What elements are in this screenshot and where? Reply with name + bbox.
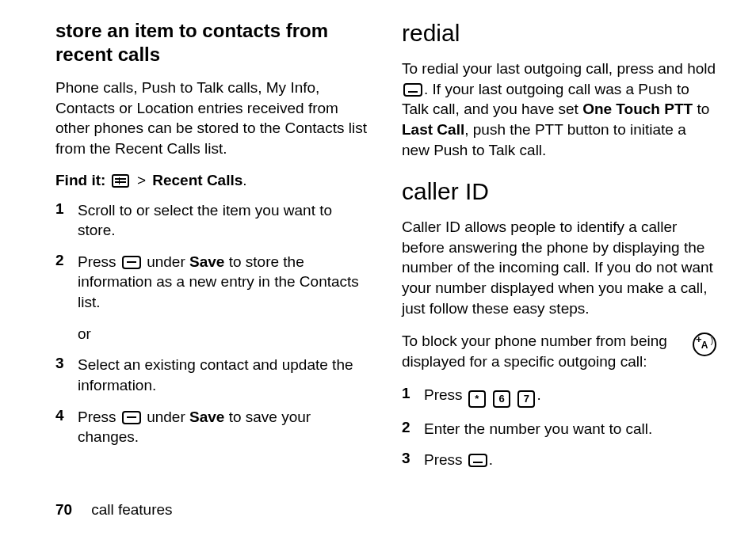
caller-id-block-intro: +) To block your phone number from being…: [402, 331, 716, 371]
text-part: Press: [424, 386, 467, 403]
step-number: 4: [55, 407, 78, 424]
step-text: Press .: [424, 450, 716, 470]
find-it-line: Find it: > Recent Calls.: [55, 172, 370, 189]
keypad-7-icon: 7: [517, 390, 535, 408]
text-part: .: [536, 386, 540, 403]
greater-than-icon: >: [137, 172, 146, 188]
store-item-intro: Phone calls, Push to Talk calls, My Info…: [55, 78, 370, 159]
store-steps-list: 1 Scroll to or select the item you want …: [55, 200, 370, 447]
step-number: 2: [402, 419, 424, 436]
redial-heading: redial: [402, 19, 716, 48]
list-item: 1 Scroll to or select the item you want …: [55, 200, 370, 241]
send-key-icon: [468, 454, 487, 467]
step-number: 3: [402, 450, 424, 467]
text-part: Press: [78, 409, 120, 425]
right-column: redial To redial your last outgoing call…: [402, 19, 716, 481]
text-part: Press: [78, 253, 120, 270]
page-footer: 70call features: [55, 501, 173, 519]
softkey-icon: [122, 256, 141, 269]
text-part: to: [693, 101, 709, 117]
caller-id-steps-list: 1 Press * 6 7. 2 Enter the number you wa…: [402, 385, 716, 470]
last-call-label: Last Call: [402, 121, 464, 138]
list-item: 1 Press * 6 7.: [402, 385, 716, 408]
step-text: Select an existing contact and update th…: [78, 355, 370, 395]
manual-page: store an item to contacts from recent ca…: [0, 0, 756, 536]
caller-id-heading: caller ID: [402, 177, 716, 206]
step-number: 3: [55, 355, 78, 372]
send-key-icon: [403, 83, 422, 97]
save-label: Save: [189, 253, 224, 270]
list-item: 4 Press under Save to save your changes.: [55, 407, 370, 447]
find-it-period: .: [242, 172, 246, 188]
columns: store an item to contacts from recent ca…: [55, 19, 716, 481]
step-text: Press under Save to store the informatio…: [78, 252, 370, 344]
step-number: 1: [402, 385, 424, 402]
footer-section-label: call features: [91, 501, 172, 518]
step-text: Enter the number you want to call.: [424, 419, 716, 439]
menu-icon: [112, 174, 129, 188]
feature-icon: +): [693, 333, 716, 356]
step-text: Scroll to or select the item you want to…: [78, 200, 370, 241]
step-text: Press under Save to save your changes.: [78, 407, 370, 447]
text-part: .: [489, 451, 493, 468]
left-column: store an item to contacts from recent ca…: [55, 19, 370, 481]
list-item: 3 Press .: [402, 450, 716, 470]
text-part: To block your phone number from being di…: [402, 333, 667, 370]
find-it-target: Recent Calls: [152, 172, 242, 188]
list-item: 2 Enter the number you want to call.: [402, 419, 716, 439]
caller-id-intro: Caller ID allows people to identify a ca…: [402, 217, 716, 318]
list-item: 3 Select an existing contact and update …: [55, 355, 370, 395]
softkey-icon: [122, 411, 141, 424]
save-label: Save: [189, 409, 224, 425]
find-it-label: Find it:: [55, 172, 105, 188]
keypad-star-icon: *: [468, 390, 486, 408]
redial-paragraph: To redial your last outgoing call, press…: [402, 59, 716, 160]
text-part: To redial your last outgoing call, press…: [402, 60, 716, 77]
text-part: under: [147, 409, 189, 425]
list-item: 2 Press under Save to store the informat…: [55, 252, 370, 344]
or-text: or: [78, 324, 370, 344]
text-part: under: [147, 253, 189, 270]
page-number: 70: [55, 501, 72, 518]
one-touch-ptt-label: One Touch PTT: [582, 101, 693, 117]
text-part: Press: [424, 451, 467, 468]
keypad-6-icon: 6: [493, 390, 510, 408]
store-item-heading: store an item to contacts from recent ca…: [55, 19, 370, 67]
step-text: Press * 6 7.: [424, 385, 716, 408]
step-number: 1: [55, 200, 78, 218]
step-number: 2: [55, 252, 78, 269]
